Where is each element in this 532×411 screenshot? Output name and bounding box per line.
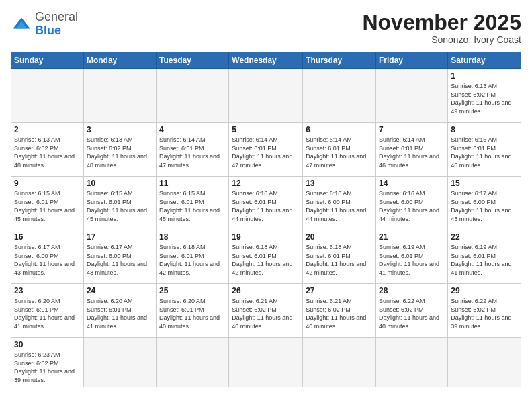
day-number: 18 [159, 232, 226, 242]
day-cell-empty [229, 69, 303, 123]
day-info: Sunrise: 6:14 AMSunset: 6:01 PMDaylight:… [379, 136, 445, 169]
day-cell-23: 23Sunrise: 6:20 AMSunset: 6:01 PMDayligh… [11, 284, 84, 338]
day-info: Sunrise: 6:18 AMSunset: 6:01 PMDaylight:… [232, 243, 300, 277]
day-number: 2 [14, 125, 81, 134]
day-cell-11: 11Sunrise: 6:15 AMSunset: 6:01 PMDayligh… [157, 177, 229, 230]
day-info: Sunrise: 6:16 AMSunset: 6:00 PMDaylight:… [306, 189, 373, 223]
day-number: 6 [306, 125, 373, 134]
day-number: 9 [14, 179, 81, 188]
day-cell-30: 30Sunrise: 6:23 AMSunset: 6:02 PMDayligh… [11, 338, 84, 387]
calendar-header-row: SundayMondayTuesdayWednesdayThursdayFrid… [11, 52, 521, 69]
day-info: Sunrise: 6:20 AMSunset: 6:01 PMDaylight:… [14, 297, 81, 330]
day-number: 1 [451, 71, 518, 81]
day-info: Sunrise: 6:15 AMSunset: 6:01 PMDaylight:… [87, 189, 153, 223]
day-cell-empty [11, 69, 84, 123]
day-number: 26 [232, 286, 300, 295]
day-number: 17 [87, 232, 153, 242]
day-cell-empty [448, 338, 521, 387]
day-cell-18: 18Sunrise: 6:18 AMSunset: 6:01 PMDayligh… [157, 230, 229, 284]
col-header-thursday: Thursday [303, 52, 376, 69]
logo-text: General Blue [35, 11, 78, 38]
day-info: Sunrise: 6:22 AMSunset: 6:02 PMDaylight:… [379, 297, 445, 330]
week-row-0: 1Sunrise: 6:13 AMSunset: 6:02 PMDaylight… [11, 69, 521, 123]
col-header-wednesday: Wednesday [229, 52, 303, 69]
calendar-table: SundayMondayTuesdayWednesdayThursdayFrid… [11, 52, 521, 387]
logo-general: General [35, 10, 78, 24]
col-header-friday: Friday [376, 52, 448, 69]
day-number: 30 [14, 340, 81, 349]
day-info: Sunrise: 6:20 AMSunset: 6:01 PMDaylight:… [159, 297, 226, 330]
day-info: Sunrise: 6:20 AMSunset: 6:01 PMDaylight:… [87, 297, 153, 330]
logo-icon [11, 13, 32, 35]
day-cell-15: 15Sunrise: 6:17 AMSunset: 6:00 PMDayligh… [448, 177, 521, 230]
day-cell-13: 13Sunrise: 6:16 AMSunset: 6:00 PMDayligh… [303, 177, 376, 230]
day-number: 28 [379, 286, 445, 295]
day-cell-2: 2Sunrise: 6:13 AMSunset: 6:02 PMDaylight… [11, 123, 84, 177]
day-cell-empty [229, 338, 303, 387]
day-number: 14 [379, 179, 445, 188]
day-cell-1: 1Sunrise: 6:13 AMSunset: 6:02 PMDaylight… [448, 69, 521, 123]
week-row-5: 30Sunrise: 6:23 AMSunset: 6:02 PMDayligh… [11, 338, 521, 387]
day-number: 25 [159, 286, 226, 295]
week-row-4: 23Sunrise: 6:20 AMSunset: 6:01 PMDayligh… [11, 284, 521, 338]
day-info: Sunrise: 6:21 AMSunset: 6:02 PMDaylight:… [232, 297, 300, 330]
day-cell-4: 4Sunrise: 6:14 AMSunset: 6:01 PMDaylight… [157, 123, 229, 177]
day-info: Sunrise: 6:18 AMSunset: 6:01 PMDaylight:… [306, 243, 373, 277]
day-number: 4 [159, 125, 226, 134]
week-row-2: 9Sunrise: 6:15 AMSunset: 6:01 PMDaylight… [11, 177, 521, 230]
day-cell-17: 17Sunrise: 6:17 AMSunset: 6:00 PMDayligh… [83, 230, 156, 284]
day-number: 3 [87, 125, 153, 134]
day-cell-24: 24Sunrise: 6:20 AMSunset: 6:01 PMDayligh… [83, 284, 156, 338]
week-row-1: 2Sunrise: 6:13 AMSunset: 6:02 PMDaylight… [11, 123, 521, 177]
day-number: 8 [451, 125, 518, 134]
day-info: Sunrise: 6:13 AMSunset: 6:02 PMDaylight:… [87, 136, 153, 169]
day-info: Sunrise: 6:14 AMSunset: 6:01 PMDaylight:… [306, 136, 373, 169]
logo-area: General Blue [11, 11, 78, 38]
day-number: 20 [306, 232, 373, 242]
day-cell-7: 7Sunrise: 6:14 AMSunset: 6:01 PMDaylight… [376, 123, 448, 177]
day-number: 12 [232, 179, 300, 188]
day-info: Sunrise: 6:19 AMSunset: 6:01 PMDaylight:… [379, 243, 445, 277]
day-info: Sunrise: 6:15 AMSunset: 6:01 PMDaylight:… [451, 136, 518, 169]
day-cell-10: 10Sunrise: 6:15 AMSunset: 6:01 PMDayligh… [83, 177, 156, 230]
day-info: Sunrise: 6:19 AMSunset: 6:01 PMDaylight:… [451, 243, 518, 277]
day-cell-empty [157, 338, 229, 387]
day-info: Sunrise: 6:17 AMSunset: 6:00 PMDaylight:… [451, 189, 518, 223]
location-subtitle: Sononzo, Ivory Coast [362, 34, 521, 45]
day-cell-3: 3Sunrise: 6:13 AMSunset: 6:02 PMDaylight… [83, 123, 156, 177]
day-number: 19 [232, 232, 300, 242]
header: General Blue November 2025 Sononzo, Ivor… [11, 11, 521, 45]
day-number: 21 [379, 232, 445, 242]
day-number: 13 [306, 179, 373, 188]
day-cell-empty [83, 338, 156, 387]
day-info: Sunrise: 6:14 AMSunset: 6:01 PMDaylight:… [232, 136, 300, 169]
day-info: Sunrise: 6:23 AMSunset: 6:02 PMDaylight:… [14, 351, 81, 384]
day-cell-16: 16Sunrise: 6:17 AMSunset: 6:00 PMDayligh… [11, 230, 84, 284]
day-info: Sunrise: 6:16 AMSunset: 6:00 PMDaylight:… [379, 189, 445, 223]
day-cell-empty [157, 69, 229, 123]
day-info: Sunrise: 6:17 AMSunset: 6:00 PMDaylight:… [14, 243, 81, 277]
day-info: Sunrise: 6:22 AMSunset: 6:02 PMDaylight:… [451, 297, 518, 330]
month-title: November 2025 [362, 11, 521, 34]
col-header-monday: Monday [83, 52, 156, 69]
day-cell-26: 26Sunrise: 6:21 AMSunset: 6:02 PMDayligh… [229, 284, 303, 338]
day-number: 22 [451, 232, 518, 242]
day-cell-empty [83, 69, 156, 123]
title-area: November 2025 Sononzo, Ivory Coast [362, 11, 521, 45]
day-number: 5 [232, 125, 300, 134]
day-cell-empty [303, 338, 376, 387]
day-number: 11 [159, 179, 226, 188]
day-cell-6: 6Sunrise: 6:14 AMSunset: 6:01 PMDaylight… [303, 123, 376, 177]
logo-blue: Blue [35, 24, 61, 37]
day-number: 23 [14, 286, 81, 295]
day-cell-29: 29Sunrise: 6:22 AMSunset: 6:02 PMDayligh… [448, 284, 521, 338]
day-info: Sunrise: 6:15 AMSunset: 6:01 PMDaylight:… [159, 189, 226, 223]
day-info: Sunrise: 6:13 AMSunset: 6:02 PMDaylight:… [451, 82, 518, 116]
day-cell-28: 28Sunrise: 6:22 AMSunset: 6:02 PMDayligh… [376, 284, 448, 338]
col-header-tuesday: Tuesday [157, 52, 229, 69]
page: General Blue November 2025 Sononzo, Ivor… [0, 0, 532, 411]
col-header-saturday: Saturday [448, 52, 521, 69]
day-cell-9: 9Sunrise: 6:15 AMSunset: 6:01 PMDaylight… [11, 177, 84, 230]
day-cell-25: 25Sunrise: 6:20 AMSunset: 6:01 PMDayligh… [157, 284, 229, 338]
day-info: Sunrise: 6:14 AMSunset: 6:01 PMDaylight:… [159, 136, 226, 169]
